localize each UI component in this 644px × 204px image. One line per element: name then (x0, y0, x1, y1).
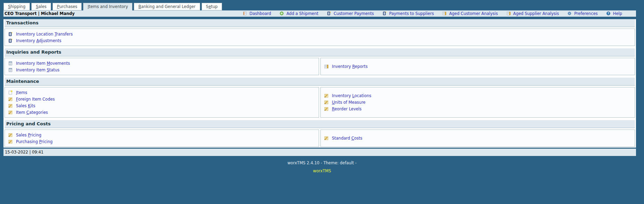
edit-icon (8, 139, 13, 144)
main-tab-bar: Shipping Sales Purchases Items and Inven… (3, 3, 636, 10)
menu-item: Standard Costs (321, 135, 635, 142)
nav-label: Aged Supplier Analysis (513, 11, 559, 16)
edit-icon (324, 93, 329, 98)
nav-add-a-shipment[interactable]: Add a Shipment (279, 11, 318, 16)
section-title-inquiries-and-reports: Inquiries and Reports (5, 48, 635, 56)
link-inventory-reports[interactable]: Inventory Reports (332, 64, 368, 69)
menu-item: Units of Measure (321, 99, 635, 106)
footer-brand-link[interactable]: worxTMS (313, 168, 331, 173)
maintenance-left-box: Items Foreign Item Codes Sales Kits Item… (5, 87, 319, 118)
edit-icon (324, 100, 329, 105)
menu-item: Sales Kits (5, 102, 319, 109)
link-sales-kits[interactable]: Sales Kits (16, 103, 35, 108)
company-user-label: CEO Transport | Michael Mandy (5, 11, 75, 16)
new-doc-icon (8, 90, 13, 95)
menu-item: Inventory Location Transfers (5, 31, 635, 37)
quick-nav: Dashboard Add a Shipment Customer Paymen… (243, 11, 622, 16)
tab-banking-and-general-ledger[interactable]: Banking and General Ledger (134, 3, 200, 10)
menu-item: Inventory Item Status (5, 66, 319, 73)
edit-icon (8, 133, 13, 138)
nav-customer-payments[interactable]: Customer Payments (327, 11, 374, 16)
pricing-left-box: Sales Pricing Purchasing Pricing (5, 130, 319, 147)
inquiries-left-box: Inventory Item Movements Inventory Item … (5, 58, 319, 75)
link-inventory-location-transfers[interactable]: Inventory Location Transfers (16, 32, 73, 37)
nav-aged-customer-analysis[interactable]: Aged Customer Analysis (442, 11, 498, 16)
link-inventory-item-movements[interactable]: Inventory Item Movements (16, 61, 70, 66)
pricing-right-box: Standard Costs (320, 130, 635, 147)
status-datetime: 15-03-2022 | 09:41 (5, 150, 43, 155)
menu-item: Inventory Adjustments (5, 37, 635, 44)
report-icon (324, 64, 329, 69)
page-footer: worxTMS 2.4.10 - Theme: default - worxTM… (0, 160, 644, 173)
ledger-icon (382, 11, 387, 16)
nav-payments-to-suppliers[interactable]: Payments to Suppliers (382, 11, 434, 16)
section-title-transactions: Transactions (5, 19, 635, 27)
link-inventory-adjustments[interactable]: Inventory Adjustments (16, 38, 62, 43)
link-standard-costs[interactable]: Standard Costs (332, 136, 362, 141)
menu-item: Sales Pricing (5, 132, 319, 138)
menu-item: Inventory Locations (321, 93, 635, 99)
menu-item: Items (5, 89, 319, 96)
tab-shipping[interactable]: Shipping (3, 3, 30, 10)
tab-setup[interactable]: Setup (202, 3, 222, 10)
nav-label: Payments to Suppliers (389, 11, 434, 16)
ledger-icon (8, 32, 13, 37)
app-window: Shipping Sales Purchases Items and Inven… (0, 0, 644, 156)
tab-sales[interactable]: Sales (31, 3, 51, 10)
link-reorder-levels[interactable]: Reorder Levels (332, 107, 361, 111)
nav-label: Dashboard (250, 11, 271, 16)
status-bar: 15-03-2022 | 09:41 (3, 149, 636, 156)
ledger-icon (327, 11, 332, 16)
link-inventory-item-status[interactable]: Inventory Item Status (16, 68, 59, 72)
help-icon (606, 11, 611, 16)
link-foreign-item-codes[interactable]: Foreign Item Codes (16, 97, 55, 102)
nav-label: Preferences (574, 11, 598, 16)
edit-icon (8, 97, 13, 102)
menu-item: Reorder Levels (321, 106, 635, 112)
report-icon (442, 11, 447, 16)
menu-item: Inventory Item Movements (5, 60, 319, 66)
dashboard-icon (243, 11, 247, 16)
footer-version-text: worxTMS 2.4.10 - Theme: default - (0, 160, 644, 165)
link-units-of-measure[interactable]: Units of Measure (332, 100, 366, 105)
nav-label: Add a Shipment (286, 11, 318, 16)
link-sales-pricing[interactable]: Sales Pricing (16, 133, 41, 138)
nav-preferences[interactable]: Preferences (567, 11, 598, 16)
page-icon (8, 61, 13, 66)
section-title-maintenance: Maintenance (5, 78, 635, 86)
report-icon (506, 11, 511, 16)
maintenance-right-box: Inventory Locations Units of Measure Reo… (320, 87, 635, 118)
tab-items-and-inventory[interactable]: Items and Inventory (83, 3, 132, 10)
menu-content: Transactions Inventory Location Transfer… (3, 19, 636, 148)
ledger-icon (8, 38, 13, 43)
menu-item: Purchasing Pricing (5, 138, 319, 145)
tab-purchases[interactable]: Purchases (52, 3, 82, 10)
link-items[interactable]: Items (16, 90, 27, 95)
menu-item: Item Categories (5, 109, 319, 116)
add-icon (279, 11, 284, 16)
gear-icon (567, 11, 572, 16)
link-item-categories[interactable]: Item Categories (16, 110, 48, 115)
menu-item: Inventory Reports (321, 63, 635, 70)
link-purchasing-pricing[interactable]: Purchasing Pricing (16, 139, 52, 144)
edit-icon (324, 107, 329, 111)
nav-label: Aged Customer Analysis (449, 11, 498, 16)
nav-label: Customer Payments (334, 11, 374, 16)
nav-label: Help (613, 11, 622, 16)
link-inventory-locations[interactable]: Inventory Locations (332, 93, 371, 98)
nav-dashboard[interactable]: Dashboard (243, 11, 271, 16)
menu-item: Foreign Item Codes (5, 96, 319, 102)
header-bar: CEO Transport | Michael Mandy Dashboard … (3, 10, 636, 17)
nav-help[interactable]: Help (606, 11, 622, 16)
inquiries-right-box: Inventory Reports (320, 58, 635, 75)
transactions-box: Inventory Location Transfers Inventory A… (5, 29, 635, 46)
edit-icon (324, 136, 329, 141)
edit-icon (8, 103, 13, 108)
page-icon (8, 68, 13, 72)
section-title-pricing-and-costs: Pricing and Costs (5, 120, 635, 128)
edit-icon (8, 110, 13, 115)
nav-aged-supplier-analysis[interactable]: Aged Supplier Analysis (506, 11, 559, 16)
